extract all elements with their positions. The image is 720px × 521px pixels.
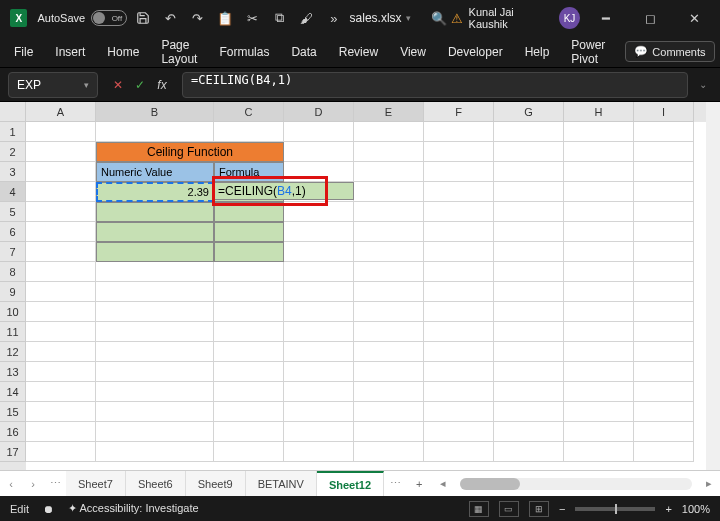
cell[interactable] (284, 422, 354, 442)
expand-formula-bar-icon[interactable]: ⌄ (694, 79, 712, 90)
cell[interactable] (96, 282, 214, 302)
cell-title[interactable]: Ceiling Function (96, 142, 284, 162)
cell[interactable] (424, 202, 494, 222)
row-header[interactable]: 2 (0, 142, 26, 162)
cell[interactable] (424, 162, 494, 182)
confirm-icon[interactable]: ✓ (130, 75, 150, 95)
cells-area[interactable]: Ceiling Function Numeric Value Formula 2… (26, 122, 706, 470)
tab-power-pivot[interactable]: Power Pivot (569, 34, 607, 70)
cell[interactable] (634, 222, 694, 242)
cell[interactable] (96, 222, 214, 242)
redo-icon[interactable]: ↷ (186, 4, 209, 32)
cell[interactable] (424, 302, 494, 322)
cell[interactable] (424, 122, 494, 142)
page-layout-view-icon[interactable]: ▭ (499, 501, 519, 517)
cell[interactable] (634, 282, 694, 302)
cell[interactable] (96, 342, 214, 362)
cell[interactable] (354, 142, 424, 162)
page-break-view-icon[interactable]: ⊞ (529, 501, 549, 517)
cell[interactable] (354, 302, 424, 322)
row-header[interactable]: 17 (0, 442, 26, 462)
col-header-I[interactable]: I (634, 102, 694, 122)
autosave-toggle[interactable]: Off (91, 10, 127, 26)
format-painter-icon[interactable]: 🖌 (295, 4, 318, 32)
close-button[interactable]: ✕ (672, 4, 716, 32)
account-area[interactable]: ⚠ Kunal Jai Kaushik KJ (451, 6, 581, 30)
cell[interactable] (634, 242, 694, 262)
cell[interactable] (424, 142, 494, 162)
cell[interactable] (354, 262, 424, 282)
tab-review[interactable]: Review (337, 41, 380, 63)
cell-edit-overlay[interactable]: =CEILING(B4,1) (214, 182, 354, 200)
cell[interactable] (214, 122, 284, 142)
new-sheet-button[interactable]: + (406, 478, 432, 490)
cell[interactable] (284, 442, 354, 462)
cell[interactable] (564, 402, 634, 422)
cell[interactable] (284, 222, 354, 242)
cell[interactable] (96, 302, 214, 322)
cell[interactable] (564, 222, 634, 242)
cell[interactable] (634, 322, 694, 342)
cell[interactable] (494, 122, 564, 142)
cell[interactable] (214, 202, 284, 222)
insert-function-icon[interactable]: fx (152, 75, 172, 95)
cell[interactable] (634, 302, 694, 322)
cell[interactable] (26, 162, 96, 182)
cell[interactable] (284, 382, 354, 402)
cell[interactable] (494, 242, 564, 262)
cell[interactable] (494, 142, 564, 162)
undo-icon[interactable]: ↶ (158, 4, 181, 32)
qat-overflow-icon[interactable]: » (322, 4, 345, 32)
save-icon[interactable] (131, 4, 154, 32)
sheet-tab[interactable]: Sheet9 (186, 471, 246, 496)
cell[interactable] (424, 402, 494, 422)
cell[interactable] (96, 382, 214, 402)
minimize-button[interactable]: ━ (584, 4, 628, 32)
tab-home[interactable]: Home (105, 41, 141, 63)
col-header-B[interactable]: B (96, 102, 214, 122)
sheet-nav-more-icon[interactable]: ⋯ (44, 477, 66, 490)
zoom-level[interactable]: 100% (682, 503, 710, 515)
tab-page-layout[interactable]: Page Layout (159, 34, 199, 70)
sheet-nav-prev-icon[interactable]: ‹ (0, 478, 22, 490)
row-header[interactable]: 10 (0, 302, 26, 322)
cell[interactable] (564, 322, 634, 342)
cell[interactable] (564, 422, 634, 442)
cell[interactable] (354, 162, 424, 182)
row-header[interactable]: 7 (0, 242, 26, 262)
comments-button[interactable]: 💬 Comments (625, 41, 714, 62)
cell[interactable] (494, 222, 564, 242)
cell[interactable] (284, 282, 354, 302)
cell[interactable] (26, 182, 96, 202)
cell[interactable] (634, 162, 694, 182)
name-box[interactable]: EXP▾ (8, 72, 98, 98)
tab-insert[interactable]: Insert (53, 41, 87, 63)
cell[interactable] (214, 302, 284, 322)
cell[interactable] (564, 202, 634, 222)
formula-input[interactable]: =CEILING(B4,1) (182, 72, 688, 98)
cell[interactable] (564, 122, 634, 142)
cell[interactable] (494, 182, 564, 202)
cell[interactable] (214, 222, 284, 242)
cell[interactable] (354, 122, 424, 142)
cell[interactable] (564, 302, 634, 322)
cell[interactable] (214, 442, 284, 462)
cell-header[interactable]: Formula (214, 162, 284, 182)
cell[interactable] (284, 322, 354, 342)
cell[interactable] (284, 262, 354, 282)
cell[interactable] (26, 302, 96, 322)
sheet-tab-active[interactable]: Sheet12 (317, 471, 384, 496)
cell[interactable] (354, 362, 424, 382)
cell[interactable] (284, 342, 354, 362)
cell[interactable] (424, 262, 494, 282)
cell[interactable] (354, 282, 424, 302)
cell[interactable] (354, 382, 424, 402)
cell[interactable] (26, 322, 96, 342)
cell[interactable] (354, 182, 424, 202)
sheet-tab[interactable]: BETAINV (246, 471, 317, 496)
cell[interactable] (424, 242, 494, 262)
cell[interactable] (354, 442, 424, 462)
cell[interactable] (494, 422, 564, 442)
cell[interactable] (634, 342, 694, 362)
cell-value[interactable]: 2.39 (96, 182, 214, 202)
